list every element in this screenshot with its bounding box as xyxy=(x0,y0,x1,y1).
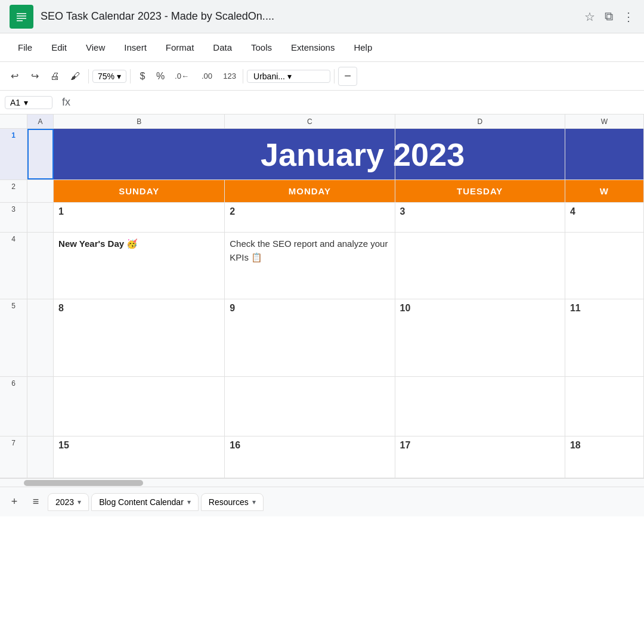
cell-a2[interactable] xyxy=(27,180,54,202)
row-num-5[interactable]: 5 xyxy=(0,299,27,376)
seo-task-label: Check the SEO report and analyze your KP… xyxy=(225,233,394,269)
svg-rect-0 xyxy=(14,10,29,24)
zoom-selector[interactable]: 75% ▾ xyxy=(92,70,126,83)
date-17: 17 xyxy=(400,440,411,451)
row-num-1[interactable]: 1 xyxy=(0,129,27,179)
add-sheet-button[interactable]: + xyxy=(5,493,24,512)
date-18: 18 xyxy=(570,440,581,451)
tab-blog-arrow-icon: ▾ xyxy=(187,498,191,506)
cell-a4[interactable] xyxy=(27,233,54,299)
font-size-decrease-button[interactable]: − xyxy=(338,67,357,86)
cell-ref-value: A1 xyxy=(10,98,20,107)
cell-d2[interactable]: TUESDAY xyxy=(395,180,565,202)
star-icon[interactable]: ☆ xyxy=(584,10,595,24)
decimal-decrease-button[interactable]: .0← xyxy=(170,67,194,86)
zoom-value: 75% xyxy=(98,72,114,81)
cell-c2[interactable]: MONDAY xyxy=(225,180,395,202)
row-num-2[interactable]: 2 xyxy=(0,180,27,202)
col-header-a[interactable]: A xyxy=(27,114,54,128)
toolbar-divider-1 xyxy=(88,69,89,83)
cell-c1[interactable] xyxy=(225,129,395,179)
cell-b1[interactable]: January 2023 xyxy=(54,129,225,179)
scrollbar-thumb[interactable] xyxy=(24,480,143,486)
row-num-3[interactable]: 3 xyxy=(0,203,27,232)
cell-b2[interactable]: SUNDAY xyxy=(54,180,225,202)
tab-resources[interactable]: Resources ▾ xyxy=(201,493,264,511)
tab-2023[interactable]: 2023 ▾ xyxy=(48,493,89,511)
col-header-d[interactable]: D xyxy=(395,114,565,128)
cell-a1[interactable] xyxy=(27,129,54,179)
col-header-e[interactable]: W xyxy=(565,114,644,128)
cell-d5[interactable]: 10 xyxy=(395,299,565,376)
undo-button[interactable]: ↩ xyxy=(5,67,24,86)
cell-a6[interactable] xyxy=(27,377,54,436)
horizontal-scrollbar[interactable] xyxy=(0,478,644,487)
sheet-menu-button[interactable]: ≡ xyxy=(26,493,45,512)
cell-d4[interactable] xyxy=(395,233,565,299)
row-num-7[interactable]: 7 xyxy=(0,436,27,478)
date-10: 10 xyxy=(400,303,411,314)
menu-icon: ≡ xyxy=(33,496,39,508)
cell-b6[interactable] xyxy=(54,377,225,436)
cell-e7[interactable]: 18 xyxy=(565,436,644,478)
sheet-tabs: + ≡ 2023 ▾ Blog Content Calendar ▾ Resou… xyxy=(0,487,644,516)
cell-a7[interactable] xyxy=(27,436,54,478)
wednesday-header: W xyxy=(565,180,643,202)
menu-extensions[interactable]: Extensions xyxy=(283,39,343,56)
menu-format[interactable]: Format xyxy=(157,39,203,56)
svg-rect-3 xyxy=(17,18,26,19)
row-num-4[interactable]: 4 xyxy=(0,233,27,299)
row-num-6[interactable]: 6 xyxy=(0,377,27,436)
cell-b5[interactable]: 8 xyxy=(54,299,225,376)
print-button[interactable]: 🖨 xyxy=(45,67,64,86)
decimal-increase-button[interactable]: .00 xyxy=(195,67,219,86)
cell-e6[interactable] xyxy=(565,377,644,436)
cell-ref-dropdown-icon[interactable]: ▾ xyxy=(24,98,28,107)
menu-tools[interactable]: Tools xyxy=(243,39,280,56)
cell-c3[interactable]: 2 xyxy=(225,203,395,232)
cell-e2[interactable]: W xyxy=(565,180,644,202)
cell-d7[interactable]: 17 xyxy=(395,436,565,478)
toolbar: ↩ ↪ 🖨 🖌 75% ▾ $ % .0← .00 123 Urbani... … xyxy=(0,62,644,91)
cell-e3[interactable]: 4 xyxy=(565,203,644,232)
cell-e4[interactable] xyxy=(565,233,644,299)
cell-c5[interactable]: 9 xyxy=(225,299,395,376)
cell-reference-box[interactable]: A1 ▾ xyxy=(5,96,52,109)
col-header-b[interactable]: B xyxy=(54,114,225,128)
sunday-label: SUNDAY xyxy=(119,186,159,196)
date-11: 11 xyxy=(570,303,581,314)
cell-a5[interactable] xyxy=(27,299,54,376)
format-number-button[interactable]: 123 xyxy=(220,67,239,86)
cell-a3[interactable] xyxy=(27,203,54,232)
cell-d1[interactable] xyxy=(395,129,565,179)
cell-b3[interactable]: 1 xyxy=(54,203,225,232)
tuesday-label: TUESDAY xyxy=(457,186,503,196)
font-selector[interactable]: Urbani... ▾ xyxy=(247,70,330,83)
menu-file[interactable]: File xyxy=(10,39,41,56)
menu-help[interactable]: Help xyxy=(345,39,380,56)
cell-e5[interactable]: 11 xyxy=(565,299,644,376)
cell-e1[interactable] xyxy=(565,129,644,179)
paint-format-button[interactable]: 🖌 xyxy=(66,67,85,86)
menu-insert[interactable]: Insert xyxy=(116,39,155,56)
cell-c7[interactable]: 16 xyxy=(225,436,395,478)
menu-edit[interactable]: Edit xyxy=(43,39,75,56)
menu-data[interactable]: Data xyxy=(205,39,240,56)
tab-blog-content-calendar[interactable]: Blog Content Calendar ▾ xyxy=(91,493,199,511)
cell-c6[interactable] xyxy=(225,377,395,436)
cell-d6[interactable] xyxy=(395,377,565,436)
grid-row-2: 2 SUNDAY MONDAY TUESDAY W xyxy=(0,180,644,203)
percent-button[interactable]: % xyxy=(152,67,169,86)
currency-button[interactable]: $ xyxy=(134,67,151,86)
grid-row-6: 6 xyxy=(0,377,644,436)
redo-button[interactable]: ↪ xyxy=(25,67,44,86)
cell-c4[interactable]: Check the SEO report and analyze your KP… xyxy=(225,233,395,299)
cell-b7[interactable]: 15 xyxy=(54,436,225,478)
menu-view[interactable]: View xyxy=(78,39,113,56)
open-in-new-icon[interactable]: ⧉ xyxy=(605,10,613,23)
col-header-c[interactable]: C xyxy=(225,114,395,128)
new-years-day-label: New Year's Day 🥳 xyxy=(54,233,224,255)
more-icon[interactable]: ⋮ xyxy=(623,10,634,24)
cell-b4[interactable]: New Year's Day 🥳 xyxy=(54,233,225,299)
cell-d3[interactable]: 3 xyxy=(395,203,565,232)
